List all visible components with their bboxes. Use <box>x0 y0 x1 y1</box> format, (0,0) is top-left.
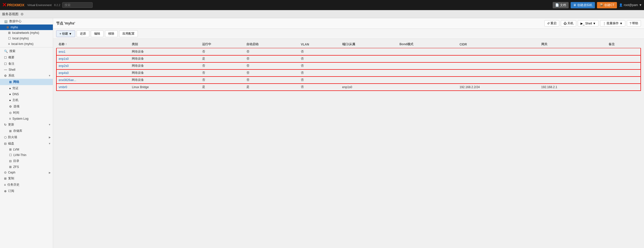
cell-type: 网络设备 <box>130 62 200 69</box>
host-label: 主机 <box>12 98 18 102</box>
sidebar-item-firewall[interactable]: ⬡ 防火墙 ▶ <box>0 134 53 140</box>
cell-vlan: 否 <box>299 84 340 91</box>
sidebar-item-lvm[interactable]: ⊞ LVM <box>0 147 53 152</box>
lvm-sub-icon: ⊞ <box>9 148 12 151</box>
summary-label: 概要 <box>8 55 14 60</box>
topbar-search[interactable] <box>62 2 93 8</box>
chevron-create-icon: ▼ <box>69 32 72 36</box>
sidebar-item-updates[interactable]: ↻ 更新 ▼ <box>0 121 53 128</box>
sidebar-item-task-history[interactable]: ≡ 任务历史 <box>0 182 53 188</box>
system-label: 系统 <box>8 73 14 78</box>
cell-gateway <box>539 55 607 62</box>
cell-bond <box>397 77 457 84</box>
sidebar-item-replication[interactable]: ⊞ 复制 <box>0 175 53 182</box>
table-row[interactable]: enx0826ae...网络设备否否否 <box>56 77 641 84</box>
apply-config-label: 应用配置 <box>122 32 135 36</box>
sidebar-item-options[interactable]: ⚙ 选项 <box>0 103 53 110</box>
table-row[interactable]: enp1s0网络设备是否否 <box>56 55 641 62</box>
name-link[interactable]: enp1s0 <box>59 57 69 61</box>
sidebar-item-local[interactable]: ☐ local (myhs) <box>0 36 53 41</box>
sidebar-item-subscription[interactable]: ⊕ 订阅 <box>0 188 53 194</box>
updates-label: 更新 <box>8 122 14 127</box>
credentials-label: 凭证 <box>12 86 18 90</box>
sidebar-item-credentials[interactable]: ● 凭证 <box>0 85 53 91</box>
sidebar-item-lvm-thin[interactable]: ☐ LVM-Thin <box>0 152 53 158</box>
cell-notes <box>607 55 641 62</box>
create-button[interactable]: + 创建 ▼ <box>56 30 75 37</box>
sidebar-item-local-lvm[interactable]: ≡ local-lvm (myhs) <box>0 41 53 47</box>
table-row[interactable]: enp2s0网络设备否否否 <box>56 62 641 69</box>
revert-button[interactable]: 还原 <box>77 30 89 37</box>
sidebar-item-shell[interactable]: — Shell <box>0 67 53 72</box>
secondbar: 服务器视图 ⚙ <box>0 10 644 18</box>
time-icon: ⊙ <box>9 111 12 115</box>
time-label: 时间 <box>13 111 19 115</box>
sidebar-item-localnetwork[interactable]: ⊞ localnetwork (myhs) <box>0 30 53 36</box>
cell-name: enp4s0 <box>56 69 130 77</box>
settings-icon[interactable]: ⚙ <box>20 12 24 16</box>
sidebar-item-search[interactable]: 🔍 搜索 <box>0 48 53 54</box>
sidebar-item-datacenter[interactable]: 🏢 数据中心 <box>0 18 53 24</box>
sidebar-item-syslog[interactable]: ≡ System Log <box>0 116 53 121</box>
table-row[interactable]: enp4s0网络设备否否否 <box>56 69 641 77</box>
lvm-icon: ≡ <box>8 42 10 46</box>
col-type[interactable]: 类别 <box>130 41 200 48</box>
firewall-icon: ⬡ <box>4 136 7 139</box>
monitor-icon: 🖥 <box>573 3 576 7</box>
remove-button[interactable]: 移除 <box>105 30 118 37</box>
cell-cidr: 192.168.2.2/24 <box>458 84 539 91</box>
sidebar-item-summary[interactable]: ☐ 概要 <box>0 54 53 61</box>
chevron-shell-icon: ▼ <box>593 22 596 25</box>
name-link[interactable]: enp4s0 <box>59 71 69 75</box>
col-bond[interactable]: Bond模式 <box>397 41 457 48</box>
sidebar-item-zfs[interactable]: ⊞ ZFS <box>0 164 53 170</box>
cell-autostart: 否 <box>244 62 299 69</box>
create-ct-button[interactable]: 📦 创建CT <box>597 2 617 8</box>
cell-autostart: 否 <box>244 48 299 55</box>
apply-config-button[interactable]: 应用配置 <box>119 30 138 37</box>
sidebar-item-disks[interactable]: ⊟ 磁盘 ▼ <box>0 140 53 147</box>
sidebar-item-notes[interactable]: ☐ 备注 <box>0 61 53 67</box>
col-vlan[interactable]: VLAN <box>299 41 340 48</box>
sidebar-item-repos[interactable]: ⊞ 存储库 <box>0 128 53 134</box>
terminal-icon: ▶_ <box>581 22 585 25</box>
sidebar-item-host[interactable]: ● 主机 <box>0 97 53 103</box>
help-button[interactable]: ? 帮助 <box>627 20 641 27</box>
col-running[interactable]: 运行中 <box>200 41 244 48</box>
batch-button[interactable]: ⋮ 批量操作 ▼ <box>600 20 625 27</box>
name-link[interactable]: enx0826ae... <box>59 78 76 82</box>
sidebar-item-directory[interactable]: ⊟ 目录 <box>0 158 53 164</box>
col-port[interactable]: 端口/从属 <box>340 41 397 48</box>
edit-button[interactable]: 编辑 <box>91 30 103 37</box>
toolbar: + 创建 ▼ 还原 编辑 移除 应用配置 <box>53 29 644 39</box>
sidebar-item-system[interactable]: ⚙ 系统 ▼ <box>0 72 53 79</box>
name-link[interactable]: vmbr0 <box>59 85 67 89</box>
shutdown-button[interactable]: ⏻ 关机 <box>561 20 576 27</box>
col-notes[interactable]: 备注 <box>607 41 641 48</box>
name-link[interactable]: eno1 <box>59 50 66 54</box>
name-link[interactable]: enp2s0 <box>59 64 69 68</box>
page-header: 节点 'myhs' ↺ 重启 ⏻ 关机 ▶_ Shell ▼ ⋮ 批量操作 <box>53 18 644 29</box>
col-cidr[interactable]: CIDR <box>458 41 539 48</box>
reboot-button[interactable]: ↺ 重启 <box>544 20 559 27</box>
sidebar-item-dns[interactable]: ● DNS <box>0 91 53 97</box>
table-row[interactable]: eno1网络设备否否否 <box>56 48 641 55</box>
user-menu[interactable]: 👤 root@pam ▼ <box>619 3 642 7</box>
create-vm-button[interactable]: 🖥 创建虚拟机 <box>571 2 595 8</box>
table-row[interactable]: vmbr0Linux Bridge是是否enp1s0192.168.2.2/24… <box>56 84 641 91</box>
col-autostart[interactable]: 自动启动 <box>244 41 299 48</box>
zfs-label: ZFS <box>13 165 19 169</box>
topbar-left: ✕ PROXMOX Virtual Environment 8.2.2 <box>2 2 93 8</box>
cell-port <box>340 48 397 55</box>
sidebar-item-myhs[interactable]: 🖥 myhs <box>0 24 53 30</box>
col-gateway[interactable]: 网关 <box>539 41 607 48</box>
cell-vlan: 否 <box>299 77 340 84</box>
replication-icon: ⊞ <box>4 177 7 180</box>
cell-gateway <box>539 69 607 77</box>
sidebar-item-network[interactable]: ⊞ 网络 <box>0 79 53 85</box>
col-name[interactable]: 名称 ↑ <box>56 41 130 48</box>
shell-button[interactable]: ▶_ Shell ▼ <box>578 20 598 27</box>
sidebar-item-time[interactable]: ⊙ 时间 <box>0 110 53 116</box>
docs-button[interactable]: 📄 文档 <box>553 2 569 8</box>
sidebar-item-ceph[interactable]: ⊙ Ceph ▶ <box>0 170 53 175</box>
